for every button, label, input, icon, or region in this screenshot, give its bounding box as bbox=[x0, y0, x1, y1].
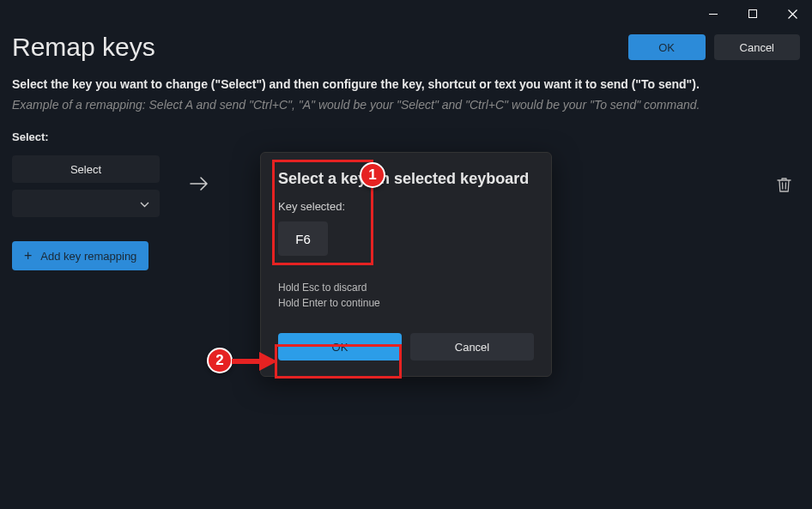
hint-continue: Hold Enter to continue bbox=[278, 295, 534, 311]
add-button-label: Add key remapping bbox=[40, 250, 136, 263]
svg-rect-0 bbox=[709, 14, 718, 15]
selected-key-chip: F6 bbox=[278, 221, 328, 256]
annotation-arrow-icon bbox=[230, 352, 277, 374]
dialog-ok-button[interactable]: OK bbox=[278, 333, 402, 361]
titlebar bbox=[0, 0, 812, 27]
add-key-remapping-button[interactable]: + Add key remapping bbox=[12, 241, 148, 270]
arrow-right-icon bbox=[189, 175, 209, 197]
header-ok-button[interactable]: OK bbox=[628, 34, 706, 60]
delete-mapping-button[interactable] bbox=[767, 170, 800, 203]
header: Remap keys OK Cancel bbox=[0, 27, 812, 77]
dialog-title: Select a key on selected keyboard bbox=[278, 170, 534, 188]
chevron-down-icon bbox=[140, 196, 149, 211]
svg-marker-3 bbox=[259, 352, 277, 371]
instruction-text: Select the key you want to change ("Sele… bbox=[12, 77, 800, 91]
annotation-marker-1: 1 bbox=[360, 162, 385, 188]
dialog-cancel-button[interactable]: Cancel bbox=[410, 333, 534, 361]
hint-discard: Hold Esc to discard bbox=[278, 280, 534, 295]
trash-icon bbox=[777, 177, 791, 197]
minimize-button[interactable] bbox=[694, 0, 733, 27]
select-key-dialog: Select a key on selected keyboard Key se… bbox=[260, 152, 552, 377]
select-key-button[interactable]: Select bbox=[12, 155, 160, 183]
page-title: Remap keys bbox=[12, 33, 155, 62]
example-text: Example of a remapping: Select A and sen… bbox=[12, 98, 800, 112]
annotation-marker-2: 2 bbox=[207, 348, 233, 373]
header-cancel-button[interactable]: Cancel bbox=[714, 34, 800, 60]
dialog-footer: OK Cancel bbox=[278, 333, 534, 361]
select-key-dropdown[interactable] bbox=[12, 190, 160, 217]
svg-rect-1 bbox=[749, 10, 757, 18]
plus-icon: + bbox=[24, 248, 32, 264]
header-buttons: OK Cancel bbox=[628, 34, 800, 60]
dialog-hints: Hold Esc to discard Hold Enter to contin… bbox=[278, 280, 534, 311]
key-selected-label: Key selected: bbox=[278, 200, 534, 213]
select-column: Select bbox=[12, 155, 160, 217]
maximize-button[interactable] bbox=[733, 0, 773, 27]
close-button[interactable] bbox=[773, 0, 812, 27]
select-section-label: Select: bbox=[12, 130, 800, 143]
